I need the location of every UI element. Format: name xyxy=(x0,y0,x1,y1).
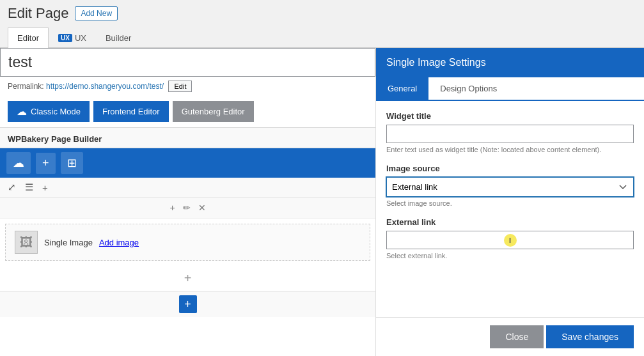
image-source-select[interactable]: External link Media Library Featured Ima… xyxy=(386,177,634,197)
add-element-button[interactable]: + xyxy=(184,271,192,286)
settings-panel: Single Image Settings General Design Opt… xyxy=(375,48,644,356)
page-title: Edit Page xyxy=(8,5,68,22)
wpbakery-toolbar: ☁ + ⊞ xyxy=(0,148,375,178)
tab-ux[interactable]: UX UX xyxy=(49,27,96,48)
wpbakery-label: WPBakery Page Builder xyxy=(0,127,375,148)
tab-builder[interactable]: Builder xyxy=(96,27,141,48)
image-placeholder: 🖼 xyxy=(15,231,38,254)
column-add-button[interactable]: + xyxy=(168,201,176,214)
external-link-group: External link I Select external link. xyxy=(386,217,634,259)
wpb-cloud-button[interactable]: ☁ xyxy=(6,152,31,174)
page-title-input[interactable] xyxy=(0,48,375,77)
add-image-link[interactable]: Add image xyxy=(99,238,139,247)
cloud-icon: ☁ xyxy=(17,105,27,118)
wpb-resize-button[interactable]: ⤢ xyxy=(5,180,19,194)
wpb-add-button[interactable]: + xyxy=(36,153,56,174)
add-new-button[interactable]: Add New xyxy=(75,6,118,20)
image-icon: 🖼 xyxy=(20,235,33,250)
permalink-edit-button[interactable]: Edit xyxy=(168,81,192,92)
wpb-list-button[interactable]: ☰ xyxy=(22,180,36,194)
permalink-bar: Permalink: https://demo.shangeryou.com/t… xyxy=(0,77,375,96)
tab-general[interactable]: General xyxy=(376,77,428,100)
gutenberg-editor-button[interactable]: Gutenberg Editor xyxy=(173,101,254,122)
image-source-group: Image source External link Media Library… xyxy=(386,164,634,207)
external-link-help: Select external link. xyxy=(386,252,634,259)
widget-title-group: Widget title Enter text used as widget t… xyxy=(386,111,634,153)
save-changes-button[interactable]: Save changes xyxy=(546,325,634,348)
wpb-add-row-button[interactable]: + xyxy=(40,181,51,194)
column-delete-button[interactable]: ✕ xyxy=(197,201,207,214)
close-button[interactable]: Close xyxy=(490,325,544,348)
widget-title-help: Enter text used as widget title (Note: l… xyxy=(386,146,634,153)
permalink-link[interactable]: https://demo.shangeryou.com/test/ xyxy=(46,82,164,91)
settings-tabs: General Design Options xyxy=(376,77,644,101)
tab-design-options[interactable]: Design Options xyxy=(428,77,508,100)
settings-footer: Close Save changes xyxy=(376,317,644,356)
frontend-editor-button[interactable]: Frontend Editor xyxy=(93,101,169,122)
wpb-row-toolbar: ⤢ ☰ + xyxy=(0,178,375,197)
column-edit-button[interactable]: ✏ xyxy=(182,201,192,214)
add-row-button[interactable]: + xyxy=(179,295,197,313)
settings-header: Single Image Settings xyxy=(376,48,644,77)
classic-mode-button[interactable]: ☁ Classic Mode xyxy=(8,101,90,122)
image-source-help: Select image source. xyxy=(386,199,634,207)
single-image-block: 🖼 Single Image Add image xyxy=(5,224,370,261)
external-link-input[interactable] xyxy=(386,231,634,249)
image-source-label: Image source xyxy=(386,164,634,173)
single-image-label: Single Image xyxy=(44,238,93,247)
wpb-layout-button[interactable]: ⊞ xyxy=(61,152,83,174)
tab-editor[interactable]: Editor xyxy=(8,27,49,48)
widget-title-label: Widget title xyxy=(386,111,634,121)
settings-body: Widget title Enter text used as widget t… xyxy=(376,101,644,317)
external-link-wrapper: I xyxy=(386,231,634,249)
widget-title-input[interactable] xyxy=(386,125,634,143)
external-link-label: External link xyxy=(386,217,634,227)
ux-badge: UX xyxy=(58,34,72,42)
